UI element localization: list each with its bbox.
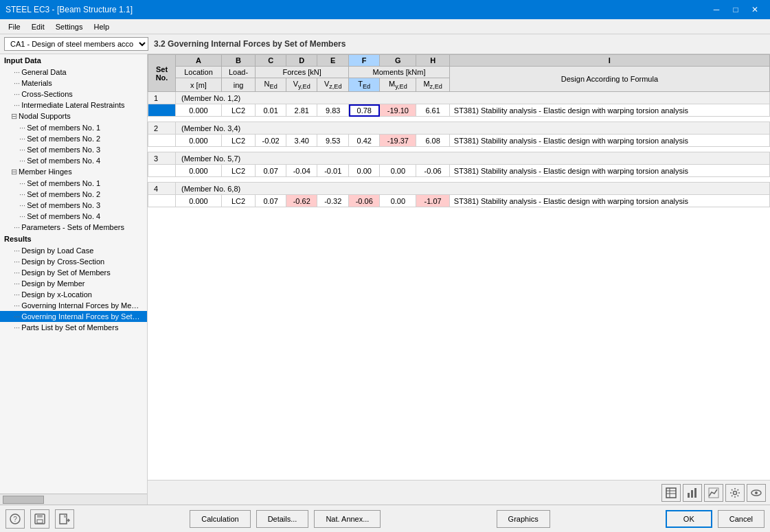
toolbar-btn-chart[interactable] — [683, 484, 702, 502]
row-set-2 — [148, 135, 176, 147]
toolbar-btn-settings[interactable] — [725, 484, 745, 502]
table-row: 2 (Member No. 3,4) — [148, 122, 770, 135]
table-row: 1 (Member No. 1,2) — [148, 92, 770, 104]
table-row[interactable]: 0.000 LC2 0.01 2.81 9.83 0.78 -19.10 6.6… — [148, 104, 770, 117]
graphics-button[interactable]: Graphics — [497, 510, 550, 528]
row-loc-2: 0.000 — [176, 135, 222, 147]
tree-result-cross-section[interactable]: ···Design by Cross-Section — [0, 256, 147, 267]
tree-lateral-restraints[interactable]: ···Intermediate Lateral Restraints — [0, 100, 147, 111]
row-vzed-2: 9.53 — [317, 135, 349, 147]
right-panel: SetNo. A B C D E F G H I Location — [148, 54, 770, 505]
row-loc-1: 0.000 — [176, 104, 222, 117]
table-row-empty — [148, 147, 770, 152]
row-set-4 — [148, 195, 176, 207]
tree-nodal-set3[interactable]: ···Set of members No. 3 — [0, 144, 147, 155]
tree-nodal-set4[interactable]: ···Set of members No. 4 — [0, 155, 147, 166]
col-letter-d: D — [286, 55, 317, 67]
table-row: 4 (Member No. 6,8) — [148, 183, 770, 195]
ok-button[interactable]: OK — [666, 510, 712, 528]
tree-result-governing-set[interactable]: ···Governing Internal Forces by Set of M… — [0, 311, 147, 322]
close-button[interactable]: ✕ — [745, 0, 765, 19]
tree-result-by-member[interactable]: ···Design by Member — [0, 278, 147, 289]
tree-general-data[interactable]: ···General Data — [0, 67, 147, 78]
row-ted-1: 0.78 — [349, 104, 380, 117]
table-row[interactable]: 0.000 LC2 0.07 -0.04 -0.01 0.00 0.00 -0.… — [148, 165, 770, 177]
row-lc-2: LC2 — [221, 135, 255, 147]
row-ned-3: 0.07 — [256, 165, 286, 177]
col-letter-i: I — [449, 55, 769, 67]
tree-nodal-set2[interactable]: ···Set of members No. 2 — [0, 133, 147, 144]
tree-result-by-x-location[interactable]: ···Design by x-Location — [0, 289, 147, 300]
tree-result-set-of-members[interactable]: ···Design by Set of Members — [0, 267, 147, 278]
input-data-header: Input Data — [0, 54, 147, 67]
col-letter-f: F — [349, 55, 380, 67]
row-ned-2: -0.02 — [256, 135, 286, 147]
menu-file[interactable]: File — [3, 21, 26, 32]
main-container: CA1 - Design of steel members accordi...… — [0, 34, 770, 532]
row-mzed-2: 6.08 — [416, 135, 449, 147]
tree-nodal-supports[interactable]: ⊟Nodal Supports — [0, 111, 147, 122]
group-label-4: (Member No. 6,8) — [176, 183, 770, 195]
left-scrollbar[interactable] — [0, 494, 147, 505]
col-header-formula: Design According to Formula — [449, 67, 769, 92]
table-wrapper[interactable]: SetNo. A B C D E F G H I Location — [148, 54, 770, 480]
window-controls: ─ □ ✕ — [707, 0, 765, 19]
menu-help[interactable]: Help — [88, 21, 115, 32]
svg-rect-16 — [60, 514, 67, 524]
tree-materials[interactable]: ···Materials — [0, 78, 147, 89]
group-label-3: (Member No. 5,7) — [176, 152, 770, 165]
tree-hinge-set3[interactable]: ···Set of members No. 3 — [0, 200, 147, 211]
minimize-button[interactable]: ─ — [707, 0, 726, 19]
calculation-button[interactable]: Calculation — [190, 510, 250, 528]
row-mzed-4: -1.07 — [416, 195, 449, 207]
toolbar-btn-table[interactable] — [661, 484, 681, 502]
details-button[interactable]: Details... — [256, 510, 309, 528]
ca-dropdown[interactable]: CA1 - Design of steel members accordi... — [4, 37, 148, 51]
table-row-empty — [148, 177, 770, 183]
row-myed-1: -19.10 — [380, 104, 416, 117]
tree-result-parts-list[interactable]: ···Parts List by Set of Members — [0, 322, 147, 333]
menu-edit[interactable]: Edit — [26, 21, 50, 32]
col-letter-e: E — [317, 55, 349, 67]
row-vzed-4: -0.32 — [317, 195, 349, 207]
maximize-button[interactable]: □ — [726, 0, 745, 19]
save-button[interactable] — [30, 509, 49, 529]
data-table: SetNo. A B C D E F G H I Location — [148, 54, 770, 207]
row-mzed-1: 6.61 — [416, 104, 449, 117]
tree-member-hinges[interactable]: ⊟Member Hinges — [0, 166, 147, 178]
content-area: Input Data ···General Data ···Materials … — [0, 54, 770, 505]
export-button[interactable] — [55, 509, 74, 529]
col-header-set: SetNo. — [148, 55, 176, 92]
toolbar-btn-graph[interactable] — [704, 484, 723, 502]
tree-hinge-set4[interactable]: ···Set of members No. 4 — [0, 211, 147, 222]
col-header-vyed: Vy,Ed — [286, 78, 317, 92]
row-loc-3: 0.000 — [176, 165, 222, 177]
row-myed-2: -19.37 — [380, 135, 416, 147]
results-header: Results — [0, 233, 147, 245]
table-row[interactable]: 0.000 LC2 -0.02 3.40 9.53 0.42 -19.37 6.… — [148, 135, 770, 147]
table-row[interactable]: 0.000 LC2 0.07 -0.62 -0.32 -0.06 0.00 -1… — [148, 195, 770, 207]
tree-nodal-set1[interactable]: ···Set of members No. 1 — [0, 122, 147, 133]
svg-point-10 — [755, 491, 758, 494]
tree-cross-sections[interactable]: ···Cross-Sections — [0, 89, 147, 100]
row-ted-2: 0.42 — [349, 135, 380, 147]
window-title: STEEL EC3 - [Beam Structure 1.1] — [5, 5, 133, 14]
scroll-thumb[interactable] — [3, 496, 44, 504]
tree-result-load-case[interactable]: ···Design by Load Case — [0, 245, 147, 256]
cancel-button[interactable]: Cancel — [718, 510, 765, 528]
nat-annex-button[interactable]: Nat. Annex... — [314, 510, 381, 528]
row-ned-1: 0.01 — [256, 104, 286, 117]
row-vyed-1: 2.81 — [286, 104, 317, 117]
row-lc-1: LC2 — [221, 104, 255, 117]
col-header-location: Location — [176, 67, 222, 78]
menu-settings[interactable]: Settings — [50, 21, 89, 32]
svg-text:?: ? — [13, 516, 17, 523]
tree-parameters[interactable]: ···Parameters - Sets of Members — [0, 222, 147, 233]
tree-hinge-set1[interactable]: ···Set of members No. 1 — [0, 178, 147, 189]
help-icon-button[interactable]: ? — [5, 509, 25, 529]
tree-result-governing-member[interactable]: ···Governing Internal Forces by Member — [0, 300, 147, 311]
toolbar-btn-view[interactable] — [747, 484, 766, 502]
tree-hinge-set2[interactable]: ···Set of members No. 2 — [0, 189, 147, 200]
bottom-bar: ? Calculation Details... Nat. Annex... G… — [0, 505, 770, 532]
row-vyed-3: -0.04 — [286, 165, 317, 177]
